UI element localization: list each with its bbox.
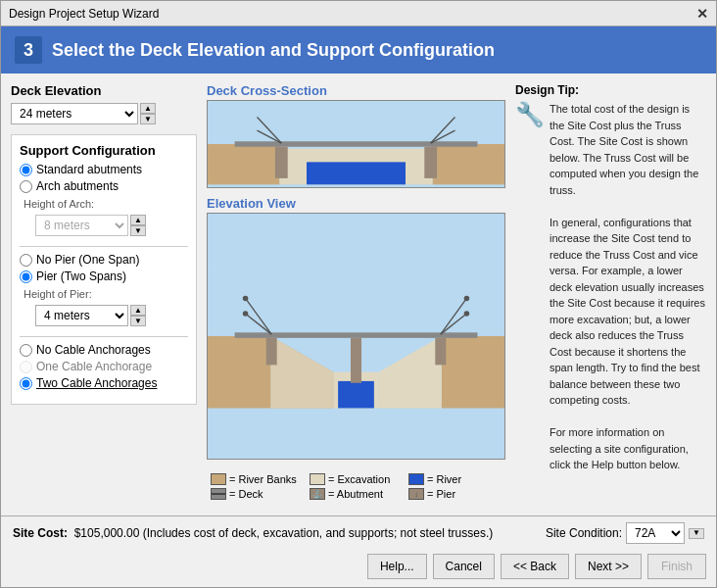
arch-height-up[interactable]: ▲	[130, 215, 146, 225]
next-button[interactable]: Next >>	[575, 554, 642, 579]
site-cost-text: Site Cost: $105,000.00 (Includes cost of…	[13, 526, 493, 540]
arch-abutments-label: Arch abutments	[36, 179, 119, 193]
help-button[interactable]: Help...	[367, 554, 427, 579]
cross-section-box	[207, 100, 505, 188]
legend-label-river-banks: = River Banks	[229, 473, 297, 485]
button-row: Help... Cancel << Back Next >> Finish	[1, 550, 716, 587]
pier-height-down[interactable]: ▼	[130, 316, 146, 326]
window-title: Design Project Setup Wizard	[9, 7, 159, 21]
svg-rect-19	[338, 381, 374, 409]
cancel-button[interactable]: Cancel	[433, 554, 495, 579]
no-cable-item[interactable]: No Cable Anchorages	[20, 343, 188, 357]
legend-box-excavation	[310, 473, 325, 485]
tip-icon: 🔧	[515, 101, 545, 128]
pier-two-spans-item[interactable]: Pier (Two Spans)	[20, 270, 188, 283]
arch-height-spinner: ▲ ▼	[130, 215, 146, 236]
no-cable-label: No Cable Anchorages	[36, 343, 151, 357]
svg-rect-4	[307, 162, 406, 184]
legend-river: = River	[408, 473, 502, 485]
pier-two-spans-radio[interactable]	[20, 270, 32, 283]
step-badge: 3	[15, 36, 42, 64]
site-cost-label-text: Site Cost:	[13, 526, 68, 540]
elevation-box	[207, 213, 505, 460]
legend-box-abutment: ⚓	[310, 488, 325, 500]
svg-point-28	[243, 311, 249, 317]
middle-panel: Deck Cross-Section	[207, 83, 505, 506]
arch-height-label: Height of Arch:	[24, 198, 188, 210]
deck-elevation-row: 24 meters 8 meters 12 meters 16 meters 2…	[11, 103, 197, 124]
pier-height-select[interactable]: 4 meters	[35, 305, 128, 326]
two-cable-radio[interactable]	[20, 377, 32, 390]
deck-elevation-down[interactable]: ▼	[140, 114, 156, 124]
deck-elevation-select[interactable]: 24 meters 8 meters 12 meters 16 meters 2…	[11, 103, 138, 124]
one-cable-label: One Cable Anchorage	[36, 360, 152, 373]
deck-elevation-label: Deck Elevation	[11, 83, 197, 98]
bottom-bar: Site Cost: $105,000.00 (Includes cost of…	[1, 515, 716, 587]
svg-marker-13	[208, 336, 270, 408]
window: Design Project Setup Wizard ✕ 3 Select t…	[0, 0, 717, 588]
svg-rect-5	[235, 141, 478, 147]
svg-rect-23	[351, 338, 361, 383]
finish-button[interactable]: Finish	[647, 554, 706, 579]
arch-abutments-item[interactable]: Arch abutments	[20, 179, 188, 193]
legend-abutment: ⚓ = Abutment	[310, 488, 403, 500]
header: 3 Select the Deck Elevation and Support …	[1, 26, 716, 74]
arch-height-select[interactable]: 8 meters	[35, 215, 128, 236]
legend-box-river-banks	[211, 473, 226, 485]
support-config-label: Support Configuration	[20, 143, 188, 158]
pier-height-row: 4 meters ▲ ▼	[35, 305, 188, 326]
pier-group: No Pier (One Span) Pier (Two Spans) Heig…	[20, 253, 188, 330]
standard-abutments-radio[interactable]	[20, 164, 32, 176]
deck-elevation-section: Deck Elevation 24 meters 8 meters 12 met…	[11, 83, 197, 124]
no-pier-label: No Pier (One Span)	[36, 253, 139, 267]
standard-abutments-item[interactable]: Standard abutments	[20, 163, 188, 176]
elevation-label: Elevation View	[207, 196, 505, 211]
legend-label-abutment: = Abutment	[328, 488, 383, 500]
legend-label-deck: = Deck	[229, 488, 263, 500]
svg-point-29	[243, 296, 249, 302]
svg-rect-7	[424, 147, 437, 178]
left-panel: Deck Elevation 24 meters 8 meters 12 met…	[11, 83, 197, 506]
cross-section-container: Deck Cross-Section	[207, 83, 505, 188]
arch-abutments-radio[interactable]	[20, 180, 32, 193]
no-pier-item[interactable]: No Pier (One Span)	[20, 253, 188, 267]
one-cable-radio[interactable]	[20, 361, 32, 373]
site-cost-row: Site Cost: $105,000.00 (Includes cost of…	[1, 516, 716, 546]
legend-river-banks: = River Banks	[211, 473, 304, 485]
site-condition-spinner: ▼	[689, 528, 704, 539]
close-button[interactable]: ✕	[696, 6, 708, 22]
cable-group: No Cable Anchorages One Cable Anchorage …	[20, 343, 188, 390]
right-panel: Design Tip: 🔧 The total cost of the desi…	[515, 83, 706, 506]
no-cable-radio[interactable]	[20, 344, 32, 357]
svg-marker-14	[442, 336, 504, 408]
pier-height-label: Height of Pier:	[24, 288, 188, 300]
one-cable-item[interactable]: One Cable Anchorage	[20, 360, 188, 373]
cross-section-svg	[208, 101, 504, 187]
legend-box-deck	[211, 488, 226, 500]
two-cable-label: Two Cable Anchorages	[36, 376, 157, 390]
main-body: Deck Elevation 24 meters 8 meters 12 met…	[1, 74, 716, 515]
deck-elevation-up[interactable]: ▲	[140, 103, 156, 114]
legend-label-pier: = Pier	[427, 488, 455, 500]
elevation-view-container: Elevation View	[207, 196, 505, 460]
svg-point-30	[464, 311, 470, 317]
legend-box-river	[408, 473, 424, 485]
two-cable-item[interactable]: Two Cable Anchorages	[20, 376, 188, 390]
content-area: 3 Select the Deck Elevation and Support …	[1, 26, 716, 587]
svg-rect-22	[435, 338, 446, 366]
arch-height-row: 8 meters ▲ ▼	[35, 215, 188, 236]
pier-height-up[interactable]: ▲	[130, 305, 146, 316]
legend-excavation: = Excavation	[310, 473, 403, 485]
legend-label-excavation: = Excavation	[328, 473, 390, 485]
back-button[interactable]: << Back	[501, 554, 569, 579]
site-condition-down[interactable]: ▼	[689, 528, 704, 539]
no-pier-radio[interactable]	[20, 254, 32, 267]
site-condition-select[interactable]: 72A	[626, 522, 685, 544]
svg-rect-1	[208, 144, 279, 184]
arch-height-down[interactable]: ▼	[130, 225, 146, 236]
pier-height-spinner: ▲ ▼	[130, 305, 146, 326]
legend-deck: = Deck	[211, 488, 304, 500]
svg-point-31	[464, 296, 470, 302]
cross-section-label: Deck Cross-Section	[207, 83, 505, 98]
deck-elevation-spinner: ▲ ▼	[140, 103, 156, 124]
